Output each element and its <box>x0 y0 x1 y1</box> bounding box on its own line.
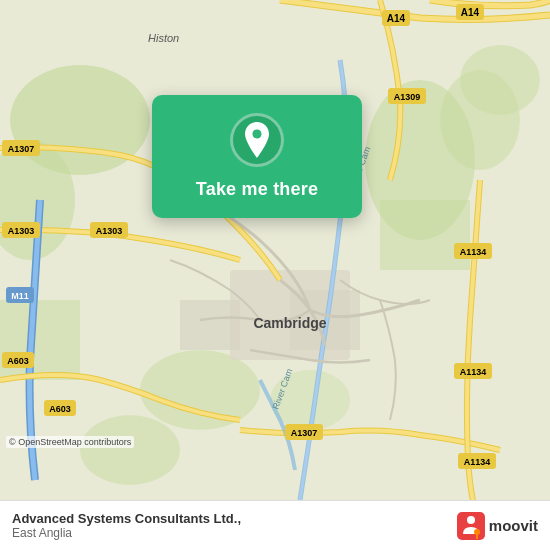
svg-text:A1309: A1309 <box>394 92 421 102</box>
osm-attribution: © OpenStreetMap contributors <box>6 436 134 448</box>
svg-text:A14: A14 <box>387 13 406 24</box>
svg-text:M11: M11 <box>11 291 29 301</box>
moovit-text: moovit <box>489 517 538 534</box>
svg-text:A14: A14 <box>461 7 480 18</box>
map-container: Histon A14 A14 A1307 A1309 A1303 A1303 M… <box>0 0 550 500</box>
svg-point-46 <box>467 516 475 524</box>
svg-text:A603: A603 <box>7 356 29 366</box>
svg-point-47 <box>474 529 480 535</box>
company-name: Advanced Systems Consultants Ltd., <box>12 511 241 526</box>
svg-point-8 <box>140 350 260 430</box>
take-me-there-card[interactable]: Take me there <box>152 95 362 218</box>
location-pin-icon <box>230 113 284 167</box>
svg-text:A1134: A1134 <box>460 247 487 257</box>
take-me-there-button-label: Take me there <box>196 179 318 200</box>
moovit-logo: moovit <box>457 512 538 540</box>
svg-text:A1307: A1307 <box>8 144 35 154</box>
svg-text:A1303: A1303 <box>8 226 35 236</box>
svg-text:Histon: Histon <box>148 32 179 44</box>
svg-point-44 <box>253 130 261 138</box>
moovit-icon <box>457 512 485 540</box>
svg-text:A1303: A1303 <box>96 226 123 236</box>
svg-text:A1307: A1307 <box>291 428 318 438</box>
svg-point-6 <box>460 45 540 115</box>
svg-text:A1134: A1134 <box>460 367 487 377</box>
svg-rect-7 <box>380 200 470 270</box>
svg-text:Cambridge: Cambridge <box>253 315 326 331</box>
svg-text:A603: A603 <box>49 404 71 414</box>
company-info: Advanced Systems Consultants Ltd., East … <box>12 511 241 540</box>
bottom-bar: Advanced Systems Consultants Ltd., East … <box>0 500 550 550</box>
company-region: East Anglia <box>12 526 241 540</box>
svg-text:A1134: A1134 <box>464 457 491 467</box>
svg-point-9 <box>80 415 180 485</box>
svg-rect-12 <box>180 300 240 350</box>
